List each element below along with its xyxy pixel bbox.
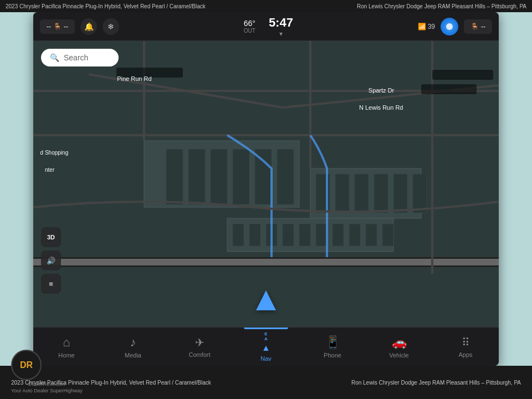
svg-rect-3 — [188, 149, 205, 204]
road-label-center: nter — [45, 167, 54, 173]
right-control-btn[interactable]: 🪑 -- — [464, 19, 492, 34]
map-svg — [33, 41, 499, 274]
wifi-icon: 📶 — [418, 23, 426, 30]
comfort-label: Comfort — [188, 351, 210, 358]
vehicle-label: Vehicle — [389, 352, 408, 359]
chevron-down-icon: ▾ — [279, 30, 283, 38]
svg-rect-23 — [349, 224, 360, 246]
svg-rect-13 — [393, 174, 407, 213]
nav-direction-arrow — [256, 290, 276, 310]
search-bar[interactable]: 🔍 Search — [41, 49, 119, 66]
seat-icon: 🪑 — [53, 23, 62, 30]
svg-rect-16 — [233, 224, 244, 246]
siri-button[interactable] — [441, 18, 458, 35]
status-left-controls: -- 🪑 -- 🔔 ❄ — [40, 18, 119, 35]
music-icon: ♪ — [130, 335, 136, 350]
top-bar-right: Ron Lewis Chrysler Dodge Jeep RAM Pleasa… — [357, 3, 526, 9]
compass-a: A — [264, 337, 268, 341]
road-label-lewis-run: N Lewis Run Rd — [359, 104, 403, 111]
nav-item-vehicle[interactable]: 🚗 Vehicle — [377, 331, 421, 363]
status-bar: -- 🪑 -- 🔔 ❄ 66° OUT 5:47 ▾ 📶 — [33, 12, 499, 41]
signal-strength: 39 — [428, 23, 435, 30]
svg-rect-5 — [233, 149, 249, 204]
svg-rect-6 — [255, 149, 272, 204]
road-label-shopping: d Shopping — [40, 150, 69, 156]
phone-label: Phone — [324, 352, 341, 359]
watermark-site: DealerRevs.com — [11, 381, 83, 387]
dash-icon-2: -- — [64, 23, 68, 30]
top-bar-left: 2023 Chrysler Pacifica Pinnacle Plug-In … — [6, 3, 206, 9]
temperature: 66° — [244, 19, 255, 28]
volume-btn[interactable]: 🔊 — [41, 250, 61, 270]
svg-rect-34 — [421, 84, 477, 94]
bottom-navigation: ⌂ Home ♪ Media ✈ Comfort E A ▲ Nav 📱 Pho… — [33, 327, 499, 366]
compass-e: E — [264, 332, 267, 336]
svg-rect-24 — [366, 224, 377, 246]
clock: 5:47 — [269, 16, 293, 30]
svg-rect-21 — [316, 224, 327, 246]
map-container[interactable]: Pine Run Rd Spartz Dr N Lewis Run Rd d S… — [33, 41, 499, 327]
nav-item-media[interactable]: ♪ Media — [111, 331, 155, 363]
media-label: Media — [125, 352, 141, 359]
seat-control-btn[interactable]: -- 🪑 -- — [40, 19, 75, 34]
svg-rect-35 — [432, 70, 493, 80]
3d-toggle-btn[interactable]: 3D — [41, 227, 61, 247]
status-right-controls: 📶 39 🪑 -- — [418, 18, 492, 35]
map-controls: 3D 🔊 ≡ — [41, 227, 61, 294]
nav-item-apps[interactable]: ⠿ Apps — [443, 331, 488, 362]
snowflake-icon-btn[interactable]: ❄ — [103, 18, 119, 35]
nav-label: Nav — [260, 355, 272, 362]
dash-icon: -- — [47, 23, 51, 30]
nav-item-nav[interactable]: E A ▲ Nav — [244, 328, 288, 366]
road-label-spartz: Spartz Dr — [369, 87, 394, 94]
search-icon: 🔍 — [50, 53, 59, 62]
hamburger-icon: ≡ — [49, 280, 53, 288]
svg-rect-10 — [335, 174, 349, 213]
temp-label: OUT — [244, 28, 255, 34]
nav-item-phone[interactable]: 📱 Phone — [310, 331, 355, 363]
svg-rect-19 — [283, 224, 294, 246]
dash-right: -- — [481, 23, 485, 30]
speaker-icon: 🔊 — [47, 257, 55, 265]
logo-text: DR — [20, 360, 33, 370]
bottom-bar-right: Ron Lewis Chrysler Dodge Jeep RAM Pleasa… — [351, 380, 521, 386]
search-text: Search — [64, 53, 88, 62]
svg-rect-2 — [166, 149, 183, 204]
watermark-tagline: Your Auto Dealer SuperHighway — [11, 388, 83, 393]
svg-rect-22 — [332, 224, 344, 246]
temp-display-group: 66° OUT — [244, 19, 255, 34]
watermark: DR DealerRevs.com Your Auto Dealer Super… — [11, 350, 83, 393]
svg-rect-20 — [299, 224, 310, 246]
svg-rect-11 — [355, 174, 369, 213]
nav-item-comfort[interactable]: ✈ Comfort — [177, 331, 222, 362]
home-icon: ⌂ — [63, 335, 70, 350]
snowflake-icon: ❄ — [108, 22, 114, 31]
comfort-icon: ✈ — [195, 336, 204, 349]
svg-rect-4 — [211, 149, 227, 204]
svg-rect-12 — [374, 174, 388, 213]
infotainment-screen: -- 🪑 -- 🔔 ❄ 66° OUT 5:47 ▾ 📶 — [33, 12, 499, 366]
svg-rect-25 — [382, 224, 393, 246]
apps-label: Apps — [458, 351, 472, 358]
road-label-pine-run: Pine Run Rd — [117, 75, 151, 82]
svg-rect-7 — [277, 149, 294, 204]
bell-icon: 🔔 — [84, 22, 94, 31]
3d-label: 3D — [47, 234, 55, 241]
bell-icon-btn[interactable]: 🔔 — [80, 18, 97, 35]
vehicle-icon: 🚗 — [392, 335, 407, 350]
svg-rect-14 — [413, 174, 427, 213]
svg-rect-17 — [249, 224, 260, 246]
apps-grid-icon: ⠿ — [462, 336, 469, 349]
watermark-logo: DR — [11, 350, 42, 380]
wifi-signal-group: 📶 39 — [418, 23, 435, 30]
time-group: 5:47 ▾ — [269, 16, 293, 38]
car-seat-icon: 🪑 — [470, 23, 479, 30]
menu-btn[interactable]: ≡ — [41, 274, 61, 294]
nav-arrow-icon: ▲ — [262, 343, 270, 353]
top-info-bar: 2023 Chrysler Pacifica Pinnacle Plug-In … — [0, 0, 532, 12]
phone-icon: 📱 — [325, 335, 340, 350]
